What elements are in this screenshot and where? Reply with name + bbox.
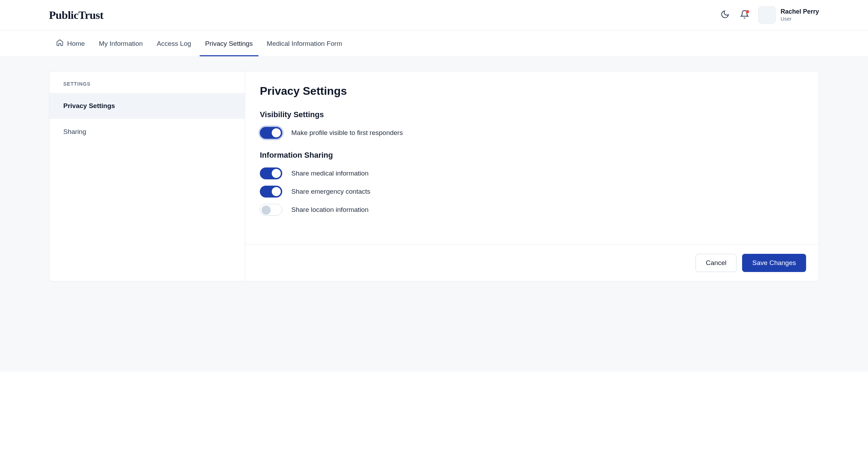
nav-my-information[interactable]: My Information (99, 31, 143, 56)
user-name: Rachel Perry (781, 8, 819, 16)
toggle-label: Share emergency contacts (291, 188, 370, 195)
sidebar-item-label: Privacy Settings (63, 102, 115, 109)
sidebar-heading: SETTINGS (49, 71, 245, 93)
sidebar-item-sharing[interactable]: Sharing (49, 119, 245, 145)
toggle-knob (262, 206, 271, 215)
toggle-profile-visible[interactable] (260, 127, 282, 139)
nav-privacy-settings[interactable]: Privacy Settings (205, 31, 253, 56)
toggle-knob (272, 169, 281, 178)
toggle-label: Make profile visible to first responders (291, 129, 403, 137)
nav-item-label: Medical Information Form (267, 40, 342, 48)
toggle-row-profile-visible: Make profile visible to first responders (260, 127, 804, 139)
user-meta: Rachel Perry User (781, 8, 819, 22)
app-header: PublicTrust Rachel Perry User (0, 0, 868, 30)
toggle-knob (272, 128, 281, 137)
app-logo: PublicTrust (49, 9, 104, 22)
settings-container: SETTINGS Privacy Settings Sharing Privac… (49, 71, 819, 281)
home-icon (56, 39, 64, 48)
settings-sidebar: SETTINGS Privacy Settings Sharing (49, 71, 245, 281)
nav-medical-information-form[interactable]: Medical Information Form (267, 31, 342, 56)
panel-footer: Cancel Save Changes (245, 244, 819, 281)
toggle-share-location[interactable] (260, 204, 282, 216)
nav-item-label: Privacy Settings (205, 40, 253, 48)
toggle-row-share-medical: Share medical information (260, 167, 804, 179)
save-changes-button[interactable]: Save Changes (742, 254, 806, 272)
theme-toggle-button[interactable] (719, 9, 731, 21)
toggle-knob (272, 187, 281, 196)
body-area: SETTINGS Privacy Settings Sharing Privac… (0, 57, 868, 372)
nav-item-label: My Information (99, 40, 143, 48)
nav-item-label: Home (67, 40, 85, 48)
toggle-row-share-location: Share location information (260, 204, 804, 216)
toggle-row-share-emergency: Share emergency contacts (260, 186, 804, 198)
user-role: User (781, 16, 819, 22)
toggle-label: Share location information (291, 206, 369, 214)
nav-home[interactable]: Home (56, 30, 85, 57)
main-content: Privacy Settings Visibility Settings Mak… (245, 71, 819, 244)
nav-access-log[interactable]: Access Log (157, 31, 191, 56)
moon-icon (720, 10, 730, 20)
page-title: Privacy Settings (260, 85, 804, 98)
main-nav: Home My Information Access Log Privacy S… (0, 30, 868, 57)
toggle-share-medical[interactable] (260, 167, 282, 179)
cancel-button[interactable]: Cancel (696, 254, 737, 272)
section-title-visibility: Visibility Settings (260, 110, 804, 119)
notifications-button[interactable] (739, 9, 750, 21)
sidebar-item-label: Sharing (63, 128, 86, 135)
toggle-label: Share medical information (291, 170, 369, 177)
sidebar-item-privacy-settings[interactable]: Privacy Settings (49, 93, 245, 119)
visibility-section: Visibility Settings Make profile visible… (260, 110, 804, 139)
toggle-share-emergency[interactable] (260, 186, 282, 198)
avatar (758, 6, 776, 24)
notification-dot-icon (746, 10, 749, 13)
nav-item-label: Access Log (157, 40, 191, 48)
main-panel: Privacy Settings Visibility Settings Mak… (245, 71, 819, 281)
user-menu[interactable]: Rachel Perry User (758, 6, 819, 24)
sharing-section: Information Sharing Share medical inform… (260, 151, 804, 216)
section-title-sharing: Information Sharing (260, 151, 804, 160)
header-right: Rachel Perry User (719, 6, 819, 24)
